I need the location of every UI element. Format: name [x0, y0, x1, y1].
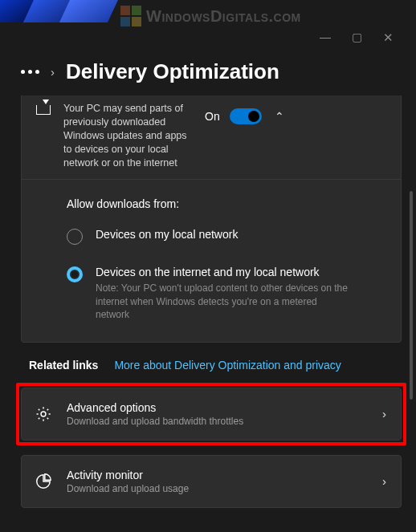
header: › Delivery Optimization — [0, 50, 416, 95]
related-links-label: Related links — [29, 359, 98, 372]
radio-icon — [67, 229, 83, 245]
breadcrumb-chevron-icon: › — [51, 65, 55, 79]
allow-other-pcs-toggle[interactable] — [230, 108, 262, 124]
download-tray-icon — [36, 105, 51, 115]
activity-monitor-item[interactable]: Activity monitor Download and upload usa… — [21, 455, 402, 508]
top-accent-strip — [0, 0, 416, 22]
pie-chart-icon — [35, 473, 52, 490]
chevron-right-icon: › — [382, 407, 386, 420]
radio-note: Note: Your PC won't upload content to ot… — [96, 282, 353, 321]
item-title: Advanced options — [67, 401, 243, 414]
allow-downloads-section: Allow downloads from: Devices on my loca… — [22, 180, 401, 342]
item-title: Activity monitor — [67, 469, 189, 481]
item-subtitle: Download and upload usage — [67, 483, 189, 494]
related-links-row: Related links More about Delivery Optimi… — [21, 343, 402, 388]
item-subtitle: Download and upload bandwidth throttles — [67, 416, 243, 427]
radio-icon — [67, 266, 83, 282]
svg-point-0 — [41, 412, 46, 416]
minimize-button[interactable]: — — [320, 30, 331, 45]
radio-local-network[interactable]: Devices on my local network — [67, 228, 386, 245]
related-link-more[interactable]: More about Delivery Optimization and pri… — [114, 359, 341, 372]
gear-icon — [35, 405, 52, 423]
more-icon[interactable] — [21, 70, 39, 74]
toggle-state-label: On — [205, 110, 220, 123]
chevron-up-icon[interactable]: ⌃ — [271, 107, 288, 126]
allow-other-pcs-row: Your PC may send parts of previously dow… — [22, 95, 401, 180]
close-button[interactable]: ✕ — [383, 30, 394, 45]
allow-downloads-label: Allow downloads from: — [67, 197, 386, 210]
chevron-right-icon: › — [382, 474, 386, 488]
delivery-optimization-card: Your PC may send parts of previously dow… — [21, 95, 402, 343]
advanced-options-item[interactable]: Advanced options Download and upload ban… — [21, 388, 402, 441]
scrollbar[interactable] — [410, 191, 413, 400]
radio-label: Devices on my local network — [96, 228, 238, 241]
maximize-button[interactable]: ▢ — [352, 30, 362, 45]
allow-other-pcs-description: Your PC may send parts of previously dow… — [63, 102, 192, 169]
radio-label: Devices on the internet and my local net… — [96, 266, 353, 278]
radio-internet-and-local[interactable]: Devices on the internet and my local net… — [67, 266, 386, 321]
window-controls: — ▢ ✕ — [320, 30, 394, 45]
page-title: Delivery Optimization — [66, 59, 279, 84]
